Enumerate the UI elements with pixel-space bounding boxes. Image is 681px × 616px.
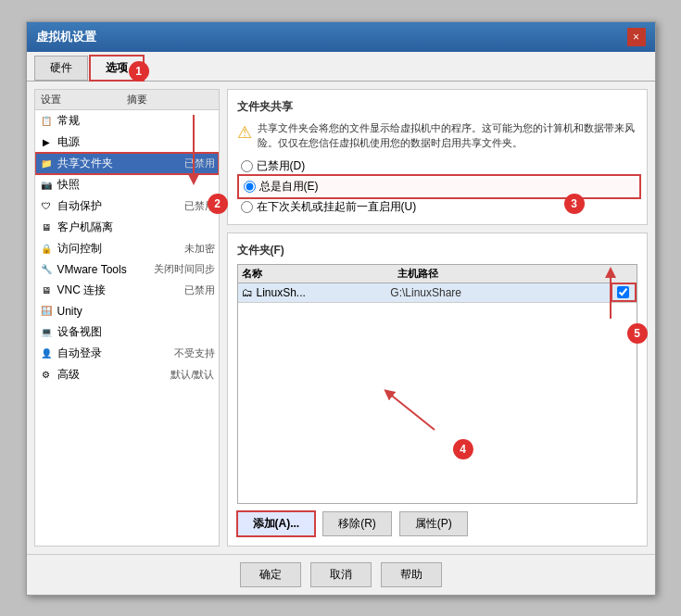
folder-table-header: 名称 主机路径 xyxy=(238,265,637,283)
folder-btn-row: 添加(A)... 移除(R) 属性(P) xyxy=(237,511,637,536)
label-auto_protect: 自动保护 xyxy=(57,198,184,214)
label-access_control: 访问控制 xyxy=(57,241,184,257)
icon-power: ▶ xyxy=(39,134,54,149)
icon-vmware_tools: 🔧 xyxy=(39,262,54,277)
help-button[interactable]: 帮助 xyxy=(381,562,442,587)
add-button[interactable]: 添加(A)... xyxy=(237,511,316,536)
folder-path-cell: G:\LinuxShare xyxy=(390,286,613,299)
left-item-auto_protect[interactable]: 🛡 自动保护 已禁用 xyxy=(35,195,219,217)
left-item-vnc[interactable]: 🖥 VNC 连接 已禁用 xyxy=(35,280,219,301)
bottom-bar: 确定 取消 帮助 xyxy=(27,554,655,595)
radio-until-poweroff-label: 在下次关机或挂起前一直启用(U) xyxy=(257,199,417,215)
label-guest_isolation: 客户机隔离 xyxy=(57,220,215,235)
radio-disabled[interactable]: 已禁用(D) xyxy=(241,158,637,174)
label-advanced: 高级 xyxy=(57,367,171,383)
warning-icon: ⚠ xyxy=(237,122,252,151)
tab-options[interactable]: 选项 xyxy=(90,56,144,81)
icon-advanced: ⚙ xyxy=(39,367,54,382)
summary-auto_protect: 已禁用 xyxy=(184,199,215,213)
label-vnc: VNC 连接 xyxy=(57,283,184,298)
ok-button[interactable]: 确定 xyxy=(240,562,301,587)
radio-always-label: 总是自用(E) xyxy=(259,179,319,195)
file-sharing-title: 文件夹共享 xyxy=(237,99,637,115)
summary-advanced: 默认/默认 xyxy=(170,368,214,382)
cancel-button[interactable]: 取消 xyxy=(310,562,372,587)
col-path-header: 主机路径 xyxy=(397,267,632,281)
icon-guest_isolation: 🖥 xyxy=(39,220,54,234)
left-items-container: 📋 常规 ▶ 电源 📁 共享文件夹 已禁用 📷 快照 🛡 自动保护 已禁用 🖥 … xyxy=(35,110,219,385)
main-content: 设置 摘要 📋 常规 ▶ 电源 📁 共享文件夹 已禁用 📷 快照 🛡 自动保护 … xyxy=(27,82,655,554)
icon-auto_protect: 🛡 xyxy=(39,198,54,213)
left-header: 设置 摘要 xyxy=(35,90,219,110)
col-name-header: 名称 xyxy=(242,267,398,281)
col-summary: 摘要 xyxy=(127,93,213,107)
properties-button[interactable]: 属性(P) xyxy=(399,511,468,536)
folder-name-cell: 🗂 LinuxSh... xyxy=(242,286,391,299)
dialog-title: 虚拟机设置 xyxy=(36,29,96,45)
label-general: 常规 xyxy=(57,113,215,129)
left-item-advanced[interactable]: ⚙ 高级 默认/默认 xyxy=(35,364,219,385)
warning-text: 共享文件夹会将您的文件显示给虚拟机中的程序。这可能为您的计算机和数据带来风险。仅… xyxy=(258,120,637,151)
icon-access_control: 🔒 xyxy=(39,241,54,256)
left-item-shared_folders[interactable]: 📁 共享文件夹 已禁用 xyxy=(35,153,219,174)
label-device_view: 设备视图 xyxy=(57,324,215,340)
icon-general: 📋 xyxy=(39,113,54,128)
tab-bar: 硬件 选项 xyxy=(27,52,655,82)
left-item-autologin[interactable]: 👤 自动登录 不受支持 xyxy=(35,343,219,364)
warning-row: ⚠ 共享文件夹会将您的文件显示给虚拟机中的程序。这可能为您的计算机和数据带来风险… xyxy=(237,120,637,151)
radio-always[interactable]: 总是自用(E) xyxy=(241,178,637,195)
dialog: 虚拟机设置 × 硬件 选项 设置 摘要 📋 常规 ▶ 电源 📁 共享文件夹 已禁… xyxy=(26,21,656,596)
left-item-snapshot[interactable]: 📷 快照 xyxy=(35,174,219,195)
folder-row[interactable]: 🗂 LinuxSh... G:\LinuxShare xyxy=(238,283,637,303)
icon-snapshot: 📷 xyxy=(39,177,54,192)
close-button[interactable]: × xyxy=(627,28,646,46)
folders-title: 文件夹(F) xyxy=(237,243,637,258)
icon-autologin: 👤 xyxy=(39,346,54,360)
icon-unity: 🪟 xyxy=(39,304,54,319)
summary-shared_folders: 已禁用 xyxy=(184,157,215,170)
radio-until-poweroff-input[interactable] xyxy=(241,201,253,213)
label-snapshot: 快照 xyxy=(57,177,215,193)
folder-icon: 🗂 xyxy=(242,286,253,299)
icon-vnc: 🖥 xyxy=(39,283,54,297)
folder-checkbox[interactable] xyxy=(617,286,629,298)
left-item-unity[interactable]: 🪟 Unity xyxy=(35,301,219,321)
folders-section: 文件夹(F) 名称 主机路径 🗂 LinuxSh... G:\LinuxShar… xyxy=(227,233,648,547)
left-item-device_view[interactable]: 💻 设备视图 xyxy=(35,321,219,343)
left-item-vmware_tools[interactable]: 🔧 VMware Tools 关闭时间同步 xyxy=(35,259,219,280)
folder-table: 名称 主机路径 🗂 LinuxSh... G:\LinuxShare xyxy=(237,264,637,504)
col-setting: 设置 xyxy=(41,93,127,107)
left-item-guest_isolation[interactable]: 🖥 客户机隔离 xyxy=(35,217,219,238)
right-panel: 文件夹共享 ⚠ 共享文件夹会将您的文件显示给虚拟机中的程序。这可能为您的计算机和… xyxy=(227,89,648,547)
radio-until-poweroff[interactable]: 在下次关机或挂起前一直启用(U) xyxy=(241,199,637,215)
radio-disabled-label: 已禁用(D) xyxy=(257,158,306,174)
tab-hardware[interactable]: 硬件 xyxy=(34,56,88,81)
radio-disabled-input[interactable] xyxy=(241,160,253,172)
left-panel: 设置 摘要 📋 常规 ▶ 电源 📁 共享文件夹 已禁用 📷 快照 🛡 自动保护 … xyxy=(34,89,220,547)
icon-shared_folders: 📁 xyxy=(39,156,54,170)
left-item-power[interactable]: ▶ 电源 xyxy=(35,132,219,153)
file-sharing-section: 文件夹共享 ⚠ 共享文件夹会将您的文件显示给虚拟机中的程序。这可能为您的计算机和… xyxy=(227,89,648,225)
label-vmware_tools: VMware Tools xyxy=(57,263,154,276)
summary-autologin: 不受支持 xyxy=(174,346,215,360)
icon-device_view: 💻 xyxy=(39,324,54,339)
radio-always-input[interactable] xyxy=(244,181,256,193)
label-shared_folders: 共享文件夹 xyxy=(57,156,184,171)
title-bar: 虚拟机设置 × xyxy=(27,22,655,52)
label-unity: Unity xyxy=(57,305,215,318)
label-autologin: 自动登录 xyxy=(57,346,174,361)
folder-check-cell[interactable] xyxy=(614,286,633,298)
remove-button[interactable]: 移除(R) xyxy=(322,511,392,536)
radio-group: 已禁用(D) 总是自用(E) 在下次关机或挂起前一直启用(U) xyxy=(237,158,637,215)
left-item-access_control[interactable]: 🔒 访问控制 未加密 xyxy=(35,238,219,259)
summary-vmware_tools: 关闭时间同步 xyxy=(154,262,215,276)
left-item-general[interactable]: 📋 常规 xyxy=(35,110,219,132)
folder-name: LinuxSh... xyxy=(257,286,306,299)
label-power: 电源 xyxy=(57,134,215,150)
summary-vnc: 已禁用 xyxy=(184,283,215,297)
summary-access_control: 未加密 xyxy=(184,242,215,256)
